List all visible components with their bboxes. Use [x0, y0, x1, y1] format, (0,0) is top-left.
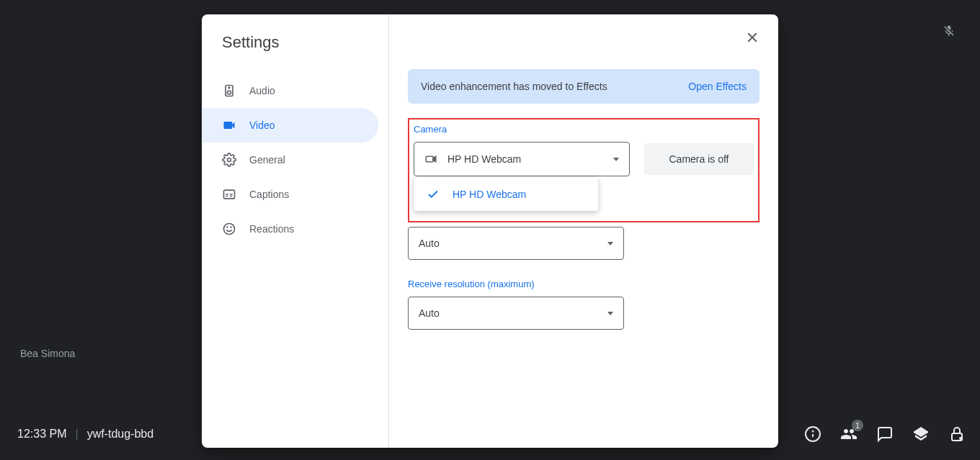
- receive-resolution-label: Receive resolution (maximum): [408, 279, 760, 289]
- svg-rect-15: [426, 156, 433, 162]
- camera-selected-value: HP HD Webcam: [447, 153, 521, 165]
- user-name-label: Bea Simona: [20, 348, 75, 359]
- receive-resolution-dropdown[interactable]: Auto: [408, 297, 624, 330]
- gear-icon: [222, 153, 236, 167]
- chevron-down-icon: [607, 312, 613, 315]
- lock-icon[interactable]: [948, 425, 966, 443]
- video-icon: [222, 118, 236, 132]
- settings-content: Video enhancement has moved to Effects O…: [389, 14, 778, 448]
- camera-dropdown-menu: HP HD Webcam: [414, 178, 598, 211]
- svg-point-6: [228, 91, 231, 94]
- svg-point-4: [960, 438, 961, 439]
- sidebar-item-audio[interactable]: Audio: [202, 73, 378, 108]
- open-effects-link[interactable]: Open Effects: [688, 81, 747, 92]
- send-resolution-selected-value: Auto: [419, 238, 440, 249]
- meeting-code-label: ywf-tdug-bbd: [87, 428, 154, 441]
- sidebar-label: Reactions: [249, 223, 294, 235]
- reactions-icon: [222, 222, 236, 236]
- sidebar-item-general[interactable]: General: [202, 143, 378, 177]
- info-icon[interactable]: [804, 425, 821, 443]
- settings-title: Settings: [222, 33, 388, 52]
- close-button[interactable]: [745, 30, 760, 48]
- send-resolution-dropdown[interactable]: Auto: [408, 227, 624, 260]
- highlight-annotation: Camera HP HD Webcam Camera is off HP HD …: [408, 118, 760, 222]
- settings-sidebar: Settings Audio Video General Captions Re…: [202, 14, 389, 448]
- sidebar-label: Audio: [249, 85, 275, 96]
- people-count-badge: 1: [852, 420, 863, 431]
- captions-icon: [222, 187, 236, 202]
- camera-option[interactable]: HP HD Webcam: [414, 178, 598, 211]
- svg-point-12: [231, 227, 231, 227]
- svg-point-10: [224, 224, 235, 235]
- video-icon: [424, 153, 437, 166]
- settings-modal: Settings Audio Video General Captions Re…: [202, 14, 778, 448]
- sidebar-item-reactions[interactable]: Reactions: [202, 212, 378, 246]
- time-label: 12:33 PM: [17, 428, 66, 441]
- camera-status: Camera is off: [644, 143, 754, 175]
- chevron-down-icon: [607, 242, 613, 245]
- svg-point-8: [228, 158, 231, 162]
- chevron-down-icon: [613, 158, 619, 161]
- svg-point-7: [228, 87, 230, 89]
- sidebar-label: Video: [249, 119, 275, 131]
- svg-point-11: [227, 227, 228, 227]
- camera-dropdown[interactable]: HP HD Webcam: [414, 142, 630, 176]
- sidebar-label: Captions: [249, 189, 289, 200]
- mic-off-icon[interactable]: [943, 24, 956, 41]
- activities-icon[interactable]: [912, 425, 930, 443]
- svg-point-2: [813, 431, 814, 432]
- speaker-icon: [222, 84, 236, 98]
- check-icon: [427, 188, 440, 201]
- receive-resolution-selected-value: Auto: [419, 307, 440, 319]
- people-icon[interactable]: 1: [840, 425, 858, 443]
- divider: |: [75, 428, 78, 441]
- sidebar-item-video[interactable]: Video: [202, 108, 378, 143]
- svg-rect-9: [224, 190, 235, 199]
- camera-label: Camera: [414, 124, 754, 135]
- chat-icon[interactable]: [876, 425, 894, 443]
- camera-option-label: HP HD Webcam: [453, 189, 526, 200]
- sidebar-item-captions[interactable]: Captions: [202, 177, 378, 212]
- effects-banner: Video enhancement has moved to Effects O…: [408, 69, 760, 104]
- sidebar-label: General: [249, 154, 285, 166]
- banner-text: Video enhancement has moved to Effects: [421, 81, 607, 92]
